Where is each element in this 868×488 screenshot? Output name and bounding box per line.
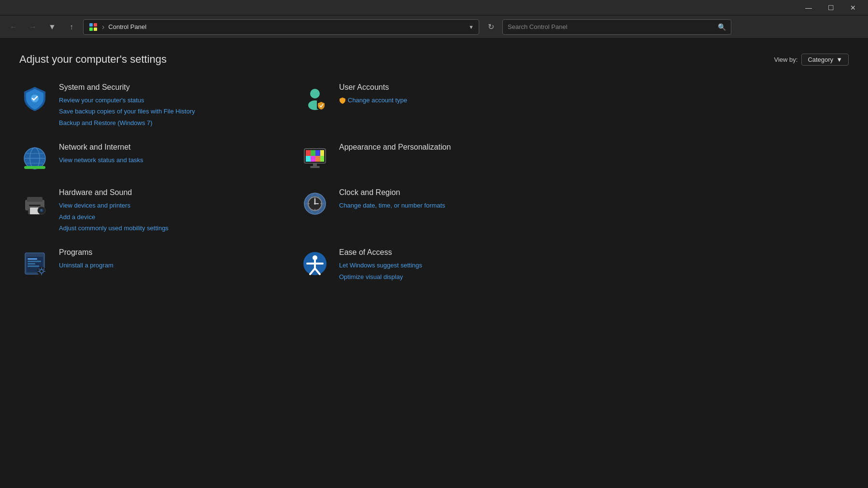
category-hardware: Hardware and Sound View devices and prin… [19,188,270,234]
ease-of-access-icon [299,248,330,279]
link-change-account[interactable]: Change account type [339,95,551,107]
search-button[interactable]: 🔍 [718,23,726,31]
category-programs: Programs Uninstall a program [19,248,270,282]
current-location: Control Panel [108,23,465,30]
svg-rect-24 [313,163,317,166]
page-header: Adjust your computer's settings View by:… [19,53,849,66]
minimize-button[interactable]: — [797,0,820,15]
svg-point-33 [40,209,43,212]
appearance-content: Appearance and Personalization [339,143,551,154]
link-add-device[interactable]: Add a device [59,211,270,223]
viewby-value: Category [808,56,833,63]
link-network-status[interactable]: View network status and tasks [59,154,270,166]
link-windows-suggest[interactable]: Let Windows suggest settings [339,260,551,271]
close-button[interactable]: ✕ [842,0,864,15]
control-panel-icon [88,22,98,32]
svg-rect-49 [28,261,41,262]
programs-content: Programs Uninstall a program [59,248,270,271]
network-title[interactable]: Network and Internet [59,143,270,152]
svg-rect-23 [320,156,324,162]
back-icon: ← [10,23,17,31]
page-title: Adjust your computer's settings [19,53,167,66]
svg-rect-57 [38,271,39,272]
up-button[interactable]: ↑ [64,19,79,35]
svg-rect-2 [89,28,93,31]
hardware-icon [19,188,50,219]
appearance-icon [299,143,330,174]
svg-rect-29 [29,205,41,206]
address-input[interactable]: › Control Panel ▼ [83,19,479,35]
user-accounts-title[interactable]: User Accounts [339,83,551,92]
link-uninstall[interactable]: Uninstall a program [59,260,270,271]
category-clock: Clock and Region Change date, time, or n… [299,188,551,234]
svg-rect-0 [89,23,93,27]
link-date-time[interactable]: Change date, time, or number formats [339,200,551,211]
chevron-down-icon: ▼ [48,23,56,31]
svg-rect-17 [311,150,315,156]
svg-rect-51 [28,265,39,267]
system-security-title[interactable]: System and Security [59,83,270,92]
up-icon: ↑ [70,23,73,31]
view-by: View by: Category ▼ [774,54,849,66]
hardware-title[interactable]: Hardware and Sound [59,188,270,197]
recent-locations-button[interactable]: ▼ [44,19,60,35]
viewby-label: View by: [774,56,797,63]
breadcrumb-separator: › [102,23,104,31]
clock-title[interactable]: Clock and Region [339,188,551,197]
svg-point-54 [41,270,43,273]
viewby-dropdown[interactable]: Category ▼ [801,54,849,66]
svg-rect-48 [28,258,37,260]
category-appearance: Appearance and Personalization [299,143,551,174]
svg-rect-3 [94,28,97,31]
refresh-icon: ↻ [488,22,494,31]
network-icon [19,143,50,174]
category-user-accounts: User Accounts Change account type [299,83,551,128]
address-chevron-icon: ▼ [469,24,474,30]
categories-grid: System and Security Review your computer… [19,83,551,282]
svg-rect-56 [41,274,42,275]
svg-rect-19 [320,150,324,156]
refresh-button[interactable]: ↻ [483,19,498,35]
link-mobility-settings[interactable]: Adjust commonly used mobility settings [59,223,270,234]
link-backup-copies[interactable]: Save backup copies of your files with Fi… [59,106,270,117]
link-devices-printers[interactable]: View devices and printers [59,200,270,211]
link-optimize-display[interactable]: Optimize visual display [339,271,551,282]
user-accounts-icon [299,83,330,114]
link-backup-restore[interactable]: Backup and Restore (Windows 7) [59,117,270,128]
forward-button[interactable]: → [25,19,41,35]
clock-icon [299,188,330,219]
svg-rect-55 [41,267,42,269]
search-box: 🔍 [502,19,731,35]
svg-rect-13 [24,166,45,169]
link-review-status[interactable]: Review your computer's status [59,95,270,106]
main-content: Adjust your computer's settings View by:… [0,39,868,488]
svg-rect-16 [306,150,311,156]
address-bar: ← → ▼ ↑ › Control Panel ▼ ↻ 🔍 [0,15,868,39]
svg-rect-25 [310,166,320,168]
ease-of-access-content: Ease of Access Let Windows suggest setti… [339,248,551,282]
titlebar: — ☐ ✕ [0,0,868,15]
svg-rect-27 [27,197,43,202]
hardware-content: Hardware and Sound View devices and prin… [59,188,270,234]
appearance-title[interactable]: Appearance and Personalization [339,143,551,152]
svg-rect-21 [311,156,315,162]
svg-rect-58 [44,271,45,272]
svg-rect-1 [94,23,97,27]
back-button[interactable]: ← [6,19,21,35]
programs-icon [19,248,50,279]
maximize-button[interactable]: ☐ [820,0,842,15]
svg-rect-20 [306,156,311,162]
ease-of-access-title[interactable]: Ease of Access [339,248,551,257]
user-accounts-content: User Accounts Change account type [339,83,551,107]
window-controls: — ☐ ✕ [797,0,864,15]
forward-icon: → [29,23,37,31]
search-icon: 🔍 [718,23,726,31]
programs-title[interactable]: Programs [59,248,270,257]
svg-rect-22 [315,156,320,162]
system-security-content: System and Security Review your computer… [59,83,270,128]
clock-content: Clock and Region Change date, time, or n… [339,188,551,211]
search-input[interactable] [508,23,714,30]
svg-point-5 [310,89,320,98]
network-content: Network and Internet View network status… [59,143,270,166]
category-network: Network and Internet View network status… [19,143,270,174]
